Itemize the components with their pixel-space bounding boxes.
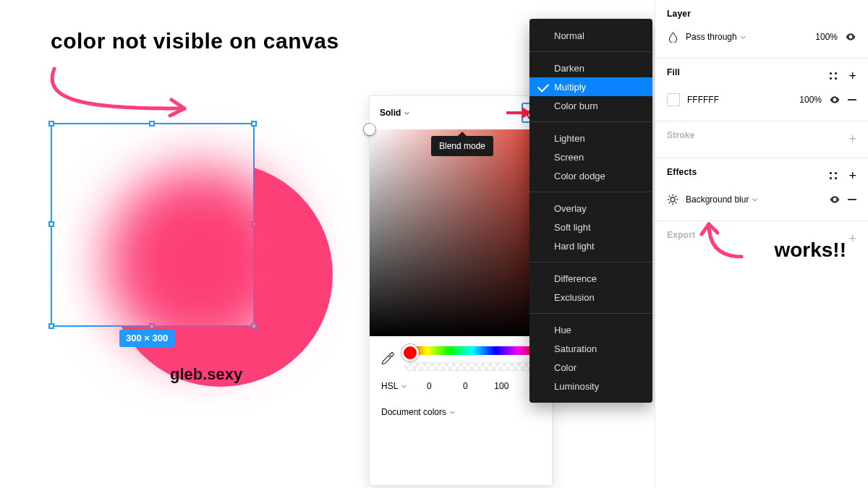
fill-type-label: Solid <box>380 108 401 118</box>
fill-swatch[interactable] <box>667 93 680 106</box>
blend-item-exclusion[interactable]: Exclusion <box>529 288 652 307</box>
resize-handle[interactable] <box>149 121 155 127</box>
fill-opacity-input[interactable]: 100% <box>799 95 822 105</box>
blend-item-hue[interactable]: Hue <box>529 320 652 339</box>
menu-separator <box>529 121 652 122</box>
stroke-section: Stroke + <box>655 121 868 158</box>
resize-handle[interactable] <box>48 121 54 127</box>
eye-icon[interactable] <box>829 94 841 106</box>
effect-type-value: Background blur <box>686 194 749 205</box>
blend-item-color-dodge[interactable]: Color dodge <box>529 166 652 185</box>
blend-item-color[interactable]: Color <box>529 358 652 377</box>
canvas-area[interactable]: color not visible on canvas gleb.sexy 30… <box>0 0 369 488</box>
eyedropper-icon[interactable] <box>381 352 394 365</box>
document-colors-dropdown[interactable]: Document colors <box>370 398 552 426</box>
hsl-h-input[interactable]: 0 <box>414 381 443 391</box>
section-title: Layer <box>667 9 856 19</box>
menu-separator <box>529 51 652 52</box>
color-field-cursor[interactable] <box>364 124 375 135</box>
annotation-top: color not visible on canvas <box>51 29 339 53</box>
chevron-down-icon <box>740 34 746 40</box>
resize-handle[interactable] <box>251 323 257 329</box>
blend-item-soft-light[interactable]: Soft light <box>529 218 652 236</box>
document-colors-label: Document colors <box>381 407 446 417</box>
add-fill-button[interactable]: + <box>848 71 856 81</box>
effects-section: Effects + Background blur <box>655 158 868 221</box>
blend-item-screen[interactable]: Screen <box>529 147 652 166</box>
section-title: Stroke <box>667 130 695 140</box>
selection-dimensions-badge: 300 × 300 <box>119 330 174 347</box>
resize-handle[interactable] <box>251 221 257 227</box>
layer-section: Layer Pass through 100% <box>655 0 868 59</box>
blend-item-normal[interactable]: Normal <box>529 26 652 45</box>
section-title: Fill <box>667 67 680 77</box>
arrow-annotation-top <box>43 65 203 130</box>
section-title: Effects <box>667 167 697 177</box>
remove-fill-button[interactable] <box>848 99 856 100</box>
droplet-outline-icon <box>667 31 678 43</box>
color-field[interactable] <box>370 129 552 336</box>
blend-item-overlay[interactable]: Overlay <box>529 199 652 218</box>
resize-handle[interactable] <box>48 323 54 329</box>
chevron-down-icon <box>449 409 456 416</box>
fill-hex-input[interactable]: FFFFFF <box>687 95 719 105</box>
blend-item-difference[interactable]: Difference <box>529 269 652 288</box>
fill-type-dropdown[interactable]: Solid <box>380 108 410 118</box>
resize-handle[interactable] <box>149 323 155 329</box>
eye-icon[interactable] <box>845 31 856 43</box>
blend-mode-tooltip: Blend mode <box>431 136 493 156</box>
hsl-s-input[interactable]: 0 <box>451 381 480 391</box>
blend-item-darken[interactable]: Darken <box>529 59 652 77</box>
add-effect-button[interactable]: + <box>848 171 856 181</box>
hue-slider[interactable] <box>404 346 540 355</box>
blend-item-saturation[interactable]: Saturation <box>529 339 652 358</box>
chevron-down-icon <box>404 110 410 116</box>
chevron-down-icon <box>401 383 407 390</box>
svg-line-6 <box>676 202 677 204</box>
chevron-down-icon <box>752 197 758 203</box>
svg-line-7 <box>669 202 671 204</box>
effect-type-dropdown[interactable]: Background blur <box>686 194 758 205</box>
menu-separator <box>529 262 652 262</box>
menu-separator <box>529 313 652 314</box>
blend-item-lighten[interactable]: Lighten <box>529 129 652 147</box>
resize-handle[interactable] <box>48 221 54 227</box>
fill-section: Fill + FFFFFF 100% <box>655 59 868 121</box>
color-model-label: HSL <box>381 381 398 391</box>
styles-icon[interactable] <box>828 171 838 181</box>
remove-effect-button[interactable] <box>848 199 856 200</box>
add-export-button[interactable]: + <box>848 234 856 244</box>
blend-item-luminosity[interactable]: Luminosity <box>529 377 652 395</box>
eye-icon[interactable] <box>829 194 841 205</box>
blend-item-color-burn[interactable]: Color burn <box>529 96 652 115</box>
menu-separator <box>529 192 652 192</box>
color-model-dropdown[interactable]: HSL <box>381 381 407 391</box>
svg-line-8 <box>676 196 677 197</box>
blend-item-hard-light[interactable]: Hard light <box>529 236 652 255</box>
add-stroke-button[interactable]: + <box>848 134 856 144</box>
styles-icon[interactable] <box>828 71 838 81</box>
blend-item-multiply[interactable]: Multiply <box>529 77 652 96</box>
blend-mode-menu: NormalDarkenMultiplyColor burnLightenScr… <box>529 19 652 403</box>
layer-opacity-input[interactable]: 100% <box>815 32 838 42</box>
layer-blend-value: Pass through <box>686 32 737 42</box>
watermark-text: gleb.sexy <box>170 365 242 384</box>
svg-line-5 <box>669 196 671 197</box>
arrow-annotation-red <box>506 107 531 119</box>
resize-handle[interactable] <box>251 121 257 127</box>
svg-point-0 <box>671 197 675 202</box>
hsl-l-input[interactable]: 100 <box>487 381 516 391</box>
selected-frame[interactable] <box>51 123 255 327</box>
section-title: Export <box>667 230 695 240</box>
layer-blend-dropdown[interactable]: Pass through <box>686 32 746 42</box>
alpha-slider[interactable] <box>404 362 540 371</box>
effect-settings-icon[interactable] <box>667 194 678 205</box>
annotation-right: works!! <box>774 239 846 262</box>
